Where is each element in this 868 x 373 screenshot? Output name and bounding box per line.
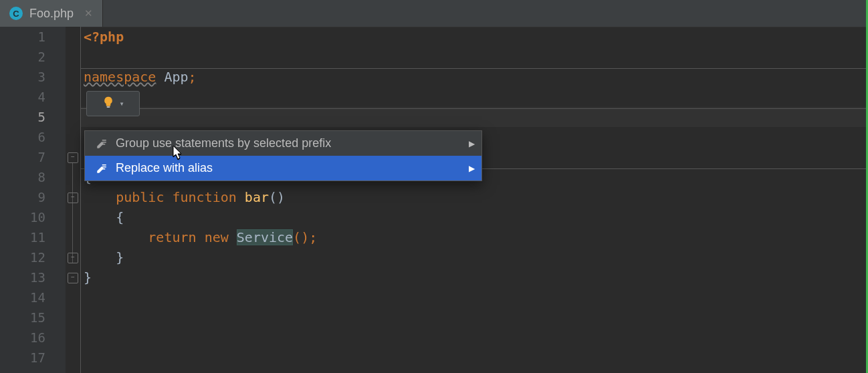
brace-close: } [84, 269, 92, 285]
svg-rect-2 [102, 142, 106, 143]
separator-line [81, 68, 868, 69]
code-line[interactable]: public function bar() [81, 187, 868, 207]
line-number[interactable]: 5 [0, 107, 66, 127]
code-line[interactable]: } [81, 247, 868, 267]
code-line[interactable] [81, 328, 868, 348]
code-line[interactable] [81, 348, 868, 368]
fold-marker[interactable] [68, 273, 78, 283]
call-tail: (); [293, 229, 317, 245]
file-name-label: Foo.php [29, 7, 74, 21]
line-number[interactable]: 12 [0, 247, 66, 267]
line-number[interactable]: 13 [0, 267, 66, 287]
brace-open: { [116, 209, 124, 225]
line-number[interactable]: 9 [0, 187, 66, 207]
keyword-new: new [205, 229, 229, 245]
intention-menu-item[interactable]: Group use statements by selected prefix▶ [85, 131, 481, 156]
namespace-name: App [164, 69, 188, 85]
code-line[interactable]: namespace App; [81, 67, 868, 87]
close-tab-icon[interactable]: ✕ [84, 7, 93, 19]
file-type-icon: C [9, 7, 23, 20]
code-area[interactable]: <?php namespace App; use Bar\Service; cl… [81, 27, 868, 373]
line-number[interactable]: 2 [0, 47, 66, 67]
line-number[interactable]: 16 [0, 328, 66, 348]
line-number[interactable]: 14 [0, 287, 66, 307]
keyword-namespace: namespace [84, 69, 156, 85]
php-open-tag: <?php [84, 29, 124, 45]
intention-menu-label: Replace with alias [116, 161, 213, 175]
tab-bar: C Foo.php ✕ [0, 0, 868, 27]
code-line[interactable] [81, 87, 868, 107]
editor-tab[interactable]: C Foo.php ✕ [0, 0, 103, 27]
svg-rect-5 [102, 166, 106, 168]
intention-menu-label: Group use statements by selected prefix [116, 136, 331, 150]
edit-icon [94, 162, 109, 174]
editor: 1234567891011121314151617 <?php namespac… [0, 27, 868, 373]
fold-marker[interactable] [68, 193, 78, 203]
fold-gutter [66, 27, 81, 373]
line-number[interactable]: 1 [0, 27, 66, 47]
line-number-gutter: 1234567891011121314151617 [0, 27, 66, 373]
method-name: bar [245, 189, 269, 205]
lightbulb-icon [102, 96, 115, 112]
class-ref: Service [237, 229, 293, 245]
svg-rect-3 [102, 144, 106, 145]
keyword-return: return [148, 229, 196, 245]
code-line[interactable] [81, 47, 868, 67]
line-number[interactable]: 4 [0, 87, 66, 107]
intention-menu-item[interactable]: Replace with alias▶ [85, 156, 481, 180]
chevron-down-icon: ▾ [119, 99, 124, 108]
brace-close: } [116, 249, 124, 265]
intention-bulb[interactable]: ▾ [86, 91, 140, 116]
code-line[interactable] [81, 307, 868, 328]
fold-marker[interactable] [68, 152, 78, 163]
parens: () [269, 189, 285, 205]
line-number[interactable]: 17 [0, 348, 66, 368]
line-number[interactable]: 11 [0, 227, 66, 247]
code-line[interactable]: } [81, 267, 868, 287]
line-number[interactable]: 8 [0, 167, 66, 187]
current-line-highlight [81, 107, 868, 127]
svg-rect-4 [102, 164, 106, 166]
keyword-public: public [116, 189, 164, 205]
line-number[interactable]: 3 [0, 67, 66, 87]
submenu-arrow-icon: ▶ [469, 164, 475, 173]
svg-rect-1 [102, 140, 106, 141]
line-number[interactable]: 10 [0, 207, 66, 227]
svg-rect-0 [107, 106, 110, 108]
line-number[interactable]: 7 [0, 147, 66, 167]
line-number[interactable]: 15 [0, 307, 66, 328]
submenu-arrow-icon: ▶ [469, 139, 475, 148]
keyword-function: function [172, 189, 236, 205]
edit-icon [94, 138, 109, 150]
intention-menu: Group use statements by selected prefix▶… [84, 130, 482, 181]
semicolon: ; [189, 69, 197, 85]
line-number[interactable]: 6 [0, 127, 66, 147]
code-line[interactable]: <?php [81, 27, 868, 47]
fold-marker[interactable] [68, 253, 78, 263]
svg-rect-6 [102, 168, 106, 170]
code-line[interactable]: { [81, 207, 868, 227]
code-line[interactable]: return new Service(); [81, 227, 868, 247]
code-line[interactable] [81, 287, 868, 307]
fold-line [72, 163, 73, 263]
separator-line [81, 108, 868, 109]
